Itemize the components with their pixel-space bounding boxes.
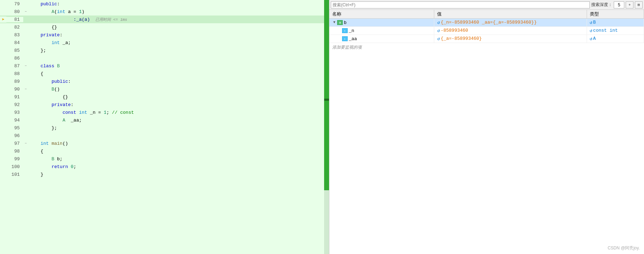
line-content-85: };	[28, 48, 329, 53]
var-name-text-b_aa: _aa	[349, 36, 357, 42]
line-number-95: 95	[6, 125, 23, 131]
watch-value-b: ↺{_n=-858993460 _aa={_a=-858993460}}	[434, 19, 587, 27]
svg-text:⊞: ⊞	[339, 21, 341, 24]
line-content-90: B()	[28, 87, 329, 92]
code-line-87: 87− class B	[0, 62, 329, 70]
line-content-87: class B	[28, 63, 329, 69]
refresh-icon-b[interactable]: ↺	[437, 20, 440, 25]
var-icon-b: ⊞	[337, 20, 344, 25]
line-number-87: 87	[6, 63, 23, 69]
watch-name-b: ▼⊞b	[329, 19, 434, 27]
line-number-91: 91	[6, 94, 23, 100]
add-watch-toolbar-btn[interactable]: +	[626, 1, 633, 8]
svg-text:▪: ▪	[345, 29, 346, 32]
code-line-99: 99 B b;	[0, 155, 329, 163]
line-number-79: 79	[6, 1, 23, 7]
collapse-btn-80[interactable]: −	[23, 10, 28, 14]
watch-value-b_n: ↺-858993460	[434, 27, 587, 35]
col-value: 值	[434, 10, 587, 19]
watch-type-b_n: ↺const int	[587, 27, 644, 35]
var-type-text-b: B	[593, 20, 596, 25]
refresh-icon-b_aa[interactable]: ↺	[437, 36, 440, 42]
line-number-85: 85	[6, 48, 23, 53]
line-number-88: 88	[6, 71, 23, 76]
var-name-text-b: b	[344, 20, 347, 25]
var-name-text-b_n: _n	[349, 28, 354, 33]
code-line-97: 97− int main()	[0, 140, 329, 147]
watch-search-input[interactable]	[331, 1, 590, 8]
watch-tbody: ▼⊞b↺{_n=-858993460 _aa={_a=-858993460}}↺…	[329, 19, 644, 43]
code-line-89: 89 public:	[0, 78, 329, 85]
line-content-84: int _a;	[28, 40, 329, 45]
collapse-btn-87[interactable]: −	[23, 64, 28, 68]
watch-type-b_aa: ↺A	[587, 35, 644, 43]
line-content-98: {	[28, 149, 329, 154]
code-line-88: 88 {	[0, 70, 329, 78]
line-number-90: 90	[6, 87, 23, 92]
type-refresh-icon-b_aa: ↺	[590, 36, 593, 42]
code-line-82: 82 {}	[0, 23, 329, 31]
watch-table-header: 名称 值 类型	[329, 10, 644, 19]
line-number-101: 101	[6, 172, 23, 177]
code-panel: 79 public:80− A(int a = 1)➤81 :_a(a) 已用时…	[0, 0, 329, 254]
type-refresh-icon-b: ↺	[590, 20, 593, 25]
code-line-100: 100 return 0;	[0, 163, 329, 171]
code-line-85: 85 };	[0, 47, 329, 54]
line-number-82: 82	[6, 25, 23, 30]
grid-view-btn[interactable]: ⊞	[635, 1, 643, 8]
line-content-97: int main()	[28, 141, 329, 146]
code-line-93: 93 const int _n = 1; // const	[0, 109, 329, 116]
line-number-84: 84	[6, 40, 23, 45]
watch-row-b[interactable]: ▼⊞b↺{_n=-858993460 _aa={_a=-858993460}}↺…	[329, 19, 644, 27]
code-line-101: 101 }	[0, 171, 329, 178]
var-icon-b_n: ▪	[342, 28, 349, 33]
code-scrollbar[interactable]	[324, 0, 329, 254]
watch-row-b_n[interactable]: ▪_n↺-858993460↺const int	[329, 27, 644, 35]
collapse-btn-90[interactable]: −	[23, 87, 28, 91]
svg-text:▪: ▪	[345, 37, 346, 41]
var-value-text-b_n: -858993460	[441, 28, 468, 33]
line-content-91: {}	[28, 94, 329, 100]
line-number-98: 98	[6, 149, 23, 154]
var-value-text-b_aa: {_a=-858993460}	[441, 36, 482, 41]
code-line-92: 92 private:	[0, 101, 329, 109]
line-arrow-81: ➤	[0, 17, 6, 23]
col-type: 类型	[587, 10, 644, 19]
line-number-89: 89	[6, 79, 23, 84]
var-type-text-b_aa: A	[593, 36, 596, 41]
line-content-100: return 0;	[28, 164, 329, 169]
line-number-81: 81	[6, 17, 23, 22]
add-watch-item[interactable]: 添加要监视的项	[329, 43, 644, 52]
code-line-94: 94 A _aa;	[0, 116, 329, 124]
line-number-100: 100	[6, 164, 23, 169]
collapse-btn-97[interactable]: −	[23, 142, 28, 145]
code-line-90: 90− B()	[0, 85, 329, 93]
var-type-text-b_n: const int	[593, 28, 618, 33]
code-scroll-area[interactable]: 79 public:80− A(int a = 1)➤81 :_a(a) 已用时…	[0, 0, 329, 254]
watermark: CSDN @阿秃joy.	[608, 245, 640, 251]
line-number-80: 80	[6, 9, 23, 14]
line-content-95: };	[28, 125, 329, 131]
line-content-89: public:	[28, 79, 329, 84]
search-depth-input[interactable]	[614, 1, 624, 8]
watch-toolbar: 搜索深度： + ⊞	[329, 0, 644, 10]
line-number-94: 94	[6, 118, 23, 123]
refresh-icon-b_n[interactable]: ↺	[437, 28, 440, 33]
code-line-83: 83 private:	[0, 31, 329, 39]
expand-btn-b[interactable]: ▼	[332, 20, 336, 25]
watch-table: 名称 值 类型 ▼⊞b↺{_n=-858993460 _aa={_a=-8589…	[329, 10, 644, 43]
line-content-81: :_a(a) 已用时间 <= 1ms	[28, 17, 329, 22]
line-content-82: {}	[28, 25, 329, 30]
col-name: 名称	[329, 10, 434, 19]
code-line-79: 79 public:	[0, 0, 329, 8]
right-panel: 搜索深度： + ⊞ 名称 值 类型 ▼⊞b↺{_n=-858993460 _aa…	[329, 0, 644, 254]
watch-row-b_aa[interactable]: ▪_aa↺{_a=-858993460}↺A	[329, 35, 644, 43]
code-line-86: 86	[0, 54, 329, 62]
watch-name-b_aa: ▪_aa	[329, 35, 434, 43]
var-value-text-b: {_n=-858993460 _aa={_a=-858993460}}	[441, 20, 537, 25]
line-number-96: 96	[6, 133, 23, 138]
code-line-81: ➤81 :_a(a) 已用时间 <= 1ms	[0, 16, 329, 23]
line-content-79: public:	[28, 1, 329, 7]
watch-name-b_n: ▪_n	[329, 27, 434, 35]
var-icon-b_aa: ▪	[342, 36, 349, 42]
